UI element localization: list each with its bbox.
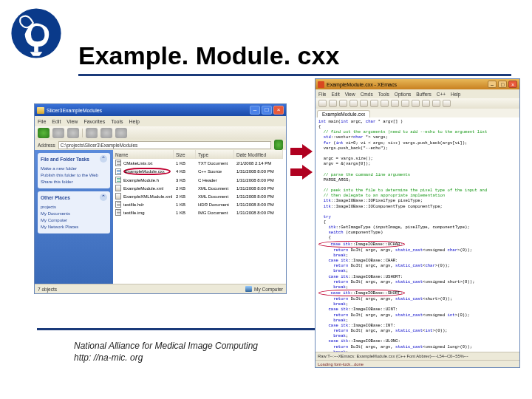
menu-tools[interactable]: Tools bbox=[378, 92, 389, 97]
menu-buffers[interactable]: Buffers bbox=[416, 92, 431, 97]
address-path-text: C:\projects\Slicer3\ExampleModules bbox=[61, 143, 137, 148]
code-line: argc = vargs.size(); bbox=[318, 156, 516, 161]
open-button[interactable] bbox=[318, 100, 327, 107]
menu-file[interactable]: File bbox=[38, 119, 46, 124]
table-row[interactable]: ExampleModule.h3 KBC Header1/31/2008 8:0… bbox=[113, 176, 286, 184]
code-line: break; bbox=[318, 333, 516, 338]
place-item[interactable]: My Computer bbox=[41, 216, 107, 223]
collapse-icon[interactable]: ⌃ bbox=[100, 155, 107, 163]
minimize-button[interactable]: – bbox=[488, 81, 497, 88]
editor-titlebar[interactable]: ExampleModule.cxx - XEmacs – □ × bbox=[316, 79, 519, 89]
code-line: break; bbox=[318, 268, 516, 273]
go-button[interactable] bbox=[274, 140, 283, 150]
table-row[interactable]: testfile.img1 KBIMG Document1/31/2008 8:… bbox=[113, 208, 286, 216]
place-item[interactable]: My Network Places bbox=[41, 223, 107, 230]
slide-title: Example. Module. cxx bbox=[78, 41, 339, 70]
code-line: return DoIt( argc, argv, static_cast<sho… bbox=[318, 296, 516, 301]
forward-button[interactable] bbox=[52, 128, 64, 138]
folders-button[interactable] bbox=[100, 128, 112, 138]
paste-button[interactable] bbox=[370, 100, 378, 107]
views-button[interactable] bbox=[115, 128, 127, 138]
cut-button[interactable] bbox=[349, 100, 358, 107]
menu-favs[interactable]: Favorites bbox=[83, 119, 105, 124]
menu-cmds[interactable]: Cmds bbox=[361, 92, 373, 97]
code-line: case itk::ImageIOBase::CHAR: bbox=[318, 258, 516, 263]
code-line: return DoIt( argc, argv, static_cast<uns… bbox=[318, 344, 516, 349]
cell-date: 1/31/2008 8:00 PM bbox=[234, 178, 283, 183]
menu-edit[interactable]: Edit bbox=[52, 119, 61, 124]
file-name: ExampleModule.cxx bbox=[123, 168, 171, 175]
table-row[interactable]: CMakeLists.txt1 KBTXT Document2/1/2008 2… bbox=[113, 159, 286, 167]
save-button[interactable] bbox=[329, 100, 337, 107]
cell-type: XML Document bbox=[196, 194, 234, 199]
file-name: CMakeLists.txt bbox=[123, 161, 152, 166]
bottom-rule bbox=[37, 328, 315, 330]
collapse-icon[interactable]: ⌃ bbox=[100, 194, 107, 201]
col-size[interactable]: Size bbox=[174, 150, 196, 159]
code-line: for (int vi=0; vi < argc; vi++) vargs.pu… bbox=[318, 140, 516, 146]
cell-type: XML Document bbox=[196, 186, 234, 191]
code-area[interactable]: int main(int argc, char * argv[] ){ // f… bbox=[316, 117, 519, 352]
editor-statusbar: Raw:T--:---XEmacs: ExampleModule.cxx (C+… bbox=[316, 352, 519, 360]
footer-line1: National Alliance for Medical Image Comp… bbox=[74, 340, 258, 352]
tab-file[interactable]: ExampleModule.cxx bbox=[317, 110, 370, 117]
code-line: case itk::ImageIOBase::SHORT: bbox=[318, 290, 516, 296]
file-icon bbox=[115, 177, 121, 183]
file-icon bbox=[115, 185, 121, 191]
my-computer-icon bbox=[245, 286, 252, 292]
up-button[interactable] bbox=[67, 128, 79, 138]
minimize-button[interactable]: – bbox=[250, 106, 260, 115]
status-text: Raw:T--:---XEmacs: ExampleModule.cxx (C+… bbox=[318, 354, 468, 358]
debug-button[interactable] bbox=[432, 100, 440, 107]
replace-button[interactable] bbox=[391, 100, 399, 107]
code-line: case itk::ImageIOBase::USHORT: bbox=[318, 274, 516, 279]
code-line: break; bbox=[318, 301, 516, 307]
menu-options[interactable]: Options bbox=[395, 92, 411, 97]
cell-size: 3 KB bbox=[174, 178, 196, 183]
col-name[interactable]: Name bbox=[113, 150, 174, 159]
code-line: int main(int argc, char * argv[] ) bbox=[318, 119, 516, 124]
back-button[interactable] bbox=[38, 128, 50, 138]
svg-rect-1 bbox=[34, 44, 38, 52]
explorer-titlebar[interactable]: Slicer3ExampleModules – □ × bbox=[35, 104, 286, 116]
menu-help[interactable]: Help bbox=[451, 92, 460, 97]
mail-button[interactable] bbox=[401, 100, 409, 107]
news-button[interactable] bbox=[443, 100, 451, 107]
table-row[interactable]: ExampleModule.cxx4 KBC++ Source1/31/2008… bbox=[113, 167, 286, 176]
menu-cpp[interactable]: C++ bbox=[437, 92, 446, 97]
search-button[interactable] bbox=[86, 128, 98, 138]
info-button[interactable] bbox=[412, 100, 420, 107]
menu-tools[interactable]: Tools bbox=[111, 119, 123, 124]
menu-help[interactable]: Help bbox=[129, 119, 140, 124]
menu-edit[interactable]: Edit bbox=[331, 92, 339, 97]
col-date[interactable]: Date Modified bbox=[234, 150, 283, 159]
compile-button[interactable] bbox=[422, 100, 430, 107]
menu-view[interactable]: View bbox=[66, 119, 78, 124]
maximize-button[interactable]: □ bbox=[262, 106, 272, 115]
task-item[interactable]: Publish this folder to the Web bbox=[41, 171, 107, 178]
maximize-button[interactable]: □ bbox=[498, 81, 507, 88]
code-line: { bbox=[318, 219, 516, 225]
place-item[interactable]: projects bbox=[41, 203, 107, 210]
table-row[interactable]: ExampleXMLModule.xml2 KBXML Document1/31… bbox=[113, 192, 286, 200]
table-row[interactable]: testfile.hdr1 KBHDR Document1/31/2008 8:… bbox=[113, 200, 286, 208]
close-button[interactable]: × bbox=[273, 106, 284, 115]
code-line: break; bbox=[318, 318, 516, 323]
address-input[interactable]: C:\projects\Slicer3\ExampleModules bbox=[58, 141, 271, 149]
undo-button[interactable] bbox=[381, 100, 389, 107]
close-button[interactable]: × bbox=[508, 81, 517, 88]
task-item[interactable]: Make a new folder bbox=[41, 165, 107, 171]
col-type[interactable]: Type bbox=[196, 150, 234, 159]
menu-file[interactable]: File bbox=[318, 92, 326, 97]
task-item[interactable]: Share this folder bbox=[41, 178, 107, 185]
copy-button[interactable] bbox=[360, 100, 368, 107]
table-row[interactable]: ExampleModule.xml2 KBXML Document1/31/20… bbox=[113, 184, 286, 192]
menu-view[interactable]: View bbox=[345, 92, 355, 97]
place-item[interactable]: My Documents bbox=[41, 210, 107, 216]
namic-logo-icon bbox=[10, 7, 62, 59]
code-line bbox=[318, 209, 516, 214]
print-button[interactable] bbox=[339, 100, 347, 107]
cell-date: 2/1/2008 2:14 PM bbox=[234, 161, 283, 166]
code-line: // parse the command line arguments bbox=[318, 172, 516, 177]
code-line: PARSE_ARGS; bbox=[318, 177, 516, 183]
